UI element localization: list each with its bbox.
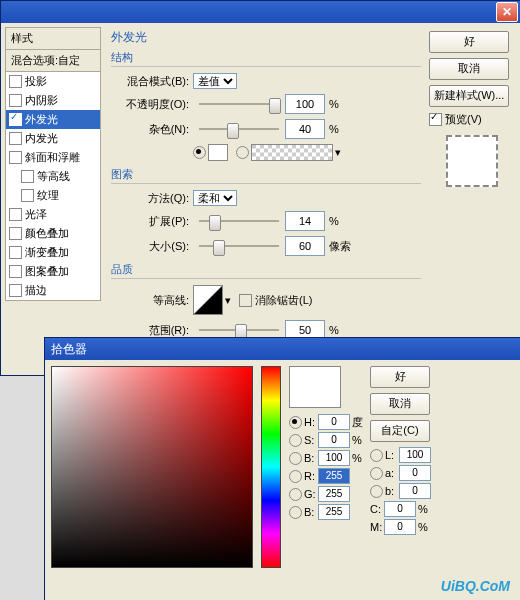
picker-custom-button[interactable]: 自定(C) (370, 420, 430, 442)
titlebar[interactable]: ✕ (1, 1, 520, 23)
m-input[interactable]: 0 (384, 519, 416, 535)
noise-input[interactable] (285, 119, 325, 139)
group-elements: 图索 (111, 167, 421, 184)
s-radio[interactable] (289, 434, 302, 447)
sidebar-item-5[interactable]: 等高线 (6, 167, 100, 186)
sidebar-item-10[interactable]: 图案叠加 (6, 262, 100, 281)
current-color-swatch[interactable] (289, 366, 341, 408)
size-label: 大小(S): (111, 239, 193, 254)
sidebar-item-1[interactable]: 内阴影 (6, 91, 100, 110)
h-radio[interactable] (289, 416, 302, 429)
method-label: 方法(Q): (111, 191, 193, 206)
sidebar-item-7[interactable]: 光泽 (6, 205, 100, 224)
effect-checkbox[interactable] (9, 208, 22, 221)
r-radio[interactable] (289, 470, 302, 483)
sidebar-item-2[interactable]: 外发光 (6, 110, 100, 129)
spread-slider[interactable] (199, 214, 279, 228)
g-input[interactable]: 255 (318, 486, 350, 502)
bl-radio[interactable] (289, 506, 302, 519)
group-structure: 结构 (111, 50, 421, 67)
antialias-checkbox[interactable] (239, 294, 252, 307)
sidebar-header: 样式 (5, 27, 101, 50)
a-radio[interactable] (370, 467, 383, 480)
sidebar-item-11[interactable]: 描边 (6, 281, 100, 300)
opacity-slider[interactable] (199, 97, 279, 111)
panel-title: 外发光 (111, 29, 421, 46)
preview-checkbox[interactable] (429, 113, 442, 126)
spread-label: 扩展(P): (111, 214, 193, 229)
noise-label: 杂色(N): (111, 122, 193, 137)
c-input[interactable]: 0 (384, 501, 416, 517)
r-input[interactable]: 255 (318, 468, 350, 484)
opacity-input[interactable] (285, 94, 325, 114)
L-input[interactable]: 100 (399, 447, 431, 463)
layer-style-dialog: ✕ 样式 混合选项:自定 投影内阴影外发光内发光斜面和浮雕等高线纹理光泽颜色叠加… (0, 0, 520, 376)
contour-picker[interactable] (193, 285, 223, 315)
effect-checkbox[interactable] (9, 113, 22, 126)
picker-titlebar[interactable]: 拾色器 (45, 338, 520, 360)
effect-checkbox[interactable] (9, 151, 22, 164)
chevron-down-icon[interactable]: ▾ (225, 294, 231, 307)
range-label: 范围(R): (111, 323, 193, 338)
sidebar-item-4[interactable]: 斜面和浮雕 (6, 148, 100, 167)
group-quality: 品质 (111, 262, 421, 279)
chevron-down-icon[interactable]: ▾ (335, 146, 341, 159)
L-radio[interactable] (370, 449, 383, 462)
blend-mode-label: 混合模式(B): (111, 74, 193, 89)
bl-input[interactable]: 255 (318, 504, 350, 520)
sidebar-item-9[interactable]: 渐变叠加 (6, 243, 100, 262)
sidebar-subheader[interactable]: 混合选项:自定 (5, 50, 101, 72)
size-slider[interactable] (199, 239, 279, 253)
h-input[interactable]: 0 (318, 414, 350, 430)
noise-slider[interactable] (199, 122, 279, 136)
a-input[interactable]: 0 (399, 465, 431, 481)
s-input[interactable]: 0 (318, 432, 350, 448)
method-select[interactable]: 柔和 (193, 190, 237, 206)
gradient-radio[interactable] (236, 146, 249, 159)
sidebar-item-8[interactable]: 颜色叠加 (6, 224, 100, 243)
size-input[interactable] (285, 236, 325, 256)
color-swatch[interactable] (208, 144, 228, 161)
range-slider[interactable] (199, 323, 279, 337)
saturation-value-field[interactable] (51, 366, 253, 568)
close-icon[interactable]: ✕ (496, 2, 518, 22)
sidebar-item-0[interactable]: 投影 (6, 72, 100, 91)
sidebar-item-6[interactable]: 纹理 (6, 186, 100, 205)
effect-checkbox[interactable] (9, 132, 22, 145)
opacity-label: 不透明度(O): (111, 97, 193, 112)
effect-checkbox[interactable] (9, 75, 22, 88)
new-style-button[interactable]: 新建样式(W)... (429, 85, 509, 107)
color-picker-dialog: 拾色器 H:0度 S:0% B:100% R:255 G:255 B:255 好 (44, 337, 520, 600)
picker-title: 拾色器 (51, 341, 87, 358)
blend-mode-select[interactable]: 差值 (193, 73, 237, 89)
cancel-button[interactable]: 取消 (429, 58, 509, 80)
effect-checkbox[interactable] (21, 170, 34, 183)
hue-slider[interactable] (261, 366, 281, 568)
color-radio[interactable] (193, 146, 206, 159)
effect-checkbox[interactable] (9, 246, 22, 259)
effect-checkbox[interactable] (9, 284, 22, 297)
g-radio[interactable] (289, 488, 302, 501)
watermark: UiBQ.CoM (441, 578, 510, 594)
picker-cancel-button[interactable]: 取消 (370, 393, 430, 415)
contour-label: 等高线: (111, 293, 193, 308)
effect-checkbox[interactable] (9, 94, 22, 107)
gradient-swatch[interactable] (251, 144, 333, 161)
effects-sidebar: 样式 混合选项:自定 投影内阴影外发光内发光斜面和浮雕等高线纹理光泽颜色叠加渐变… (5, 27, 101, 371)
ok-button[interactable]: 好 (429, 31, 509, 53)
picker-ok-button[interactable]: 好 (370, 366, 430, 388)
bb-radio[interactable] (370, 485, 383, 498)
effect-checkbox[interactable] (9, 265, 22, 278)
b-input[interactable]: 100 (318, 450, 350, 466)
b-radio[interactable] (289, 452, 302, 465)
spread-input[interactable] (285, 211, 325, 231)
effect-checkbox[interactable] (9, 227, 22, 240)
effect-checkbox[interactable] (21, 189, 34, 202)
bb-input[interactable]: 0 (399, 483, 431, 499)
sidebar-item-3[interactable]: 内发光 (6, 129, 100, 148)
preview-thumbnail (446, 135, 498, 187)
